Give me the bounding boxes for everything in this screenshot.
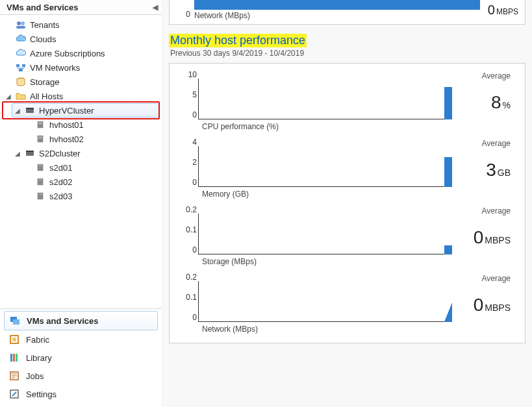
svg-rect-19 (38, 179, 44, 186)
host-icon (35, 162, 45, 173)
bars (199, 302, 452, 322)
library-icon (9, 352, 19, 363)
cloud-icon (16, 34, 26, 44)
tick: 0 (192, 245, 197, 254)
chart-caption: CPU performance (%) (202, 122, 279, 131)
top-value-number: 0 (488, 3, 495, 17)
y-ticks: 10 5 0 (180, 70, 197, 119)
expander-icon[interactable]: ◢ (5, 93, 12, 100)
collapse-icon[interactable]: ◀ (153, 3, 158, 12)
wb-settings[interactable]: Settings (4, 385, 158, 403)
top-caption: Network (MBps) (194, 11, 480, 20)
tick: 0.1 (186, 293, 197, 302)
svg-rect-28 (13, 354, 15, 362)
sidebar-header[interactable]: VMs and Services ◀ (0, 0, 162, 15)
host-icon (35, 119, 45, 130)
bars (199, 87, 452, 119)
nav-label: Tenants (30, 20, 157, 30)
nav-allhosts[interactable]: ◢ All Hosts (3, 89, 159, 103)
tick: 0.1 (186, 225, 197, 234)
tick: 5 (192, 90, 197, 99)
settings-icon (9, 389, 19, 399)
charts-panel: 10 5 0 CPU performance (%) Average 8% (169, 63, 526, 343)
nav-clouds[interactable]: Clouds (3, 32, 159, 46)
top-network-strip: 0 Network (MBps) 0MBPS (169, 0, 526, 25)
chart-caption: Memory (GB) (202, 190, 249, 199)
svg-rect-4 (22, 64, 25, 67)
nav-hvhost01[interactable]: hvhost01 (22, 117, 159, 132)
wb-jobs[interactable]: Jobs (4, 367, 158, 385)
wb-fabric[interactable]: Fabric (4, 330, 158, 349)
data-bar (444, 87, 452, 119)
svg-rect-2 (16, 26, 25, 29)
plot-area: 4 2 0 Memory (GB) (180, 138, 452, 199)
host-icon (35, 177, 45, 187)
svg-rect-20 (38, 180, 42, 180)
tick: 0 (192, 313, 197, 322)
y-ticks: 4 2 0 (180, 138, 197, 187)
host-icon (35, 134, 45, 144)
nav-label: All Hosts (30, 92, 157, 101)
svg-rect-14 (38, 138, 42, 138)
wb-label: Library (26, 353, 52, 363)
sidebar: VMs and Services ◀ Tenants Clouds Azure … (0, 0, 162, 407)
nav-hvhost02[interactable]: hvhost02 (22, 132, 159, 146)
svg-rect-10 (38, 123, 42, 123)
nav-vmnetworks[interactable]: VM Networks (3, 60, 159, 75)
expander-icon[interactable]: ◢ (14, 107, 21, 114)
svg-rect-3 (16, 64, 19, 67)
nav-s2d03[interactable]: s2d03 (22, 189, 159, 203)
average-label: Average (452, 206, 511, 216)
expander-icon[interactable]: ◢ (14, 150, 21, 157)
svg-rect-27 (10, 354, 12, 362)
svg-point-0 (17, 21, 21, 25)
chart-caption: Network (MBps) (202, 325, 258, 334)
nav-hypervcluster[interactable]: ◢ HyperVCluster (12, 103, 159, 117)
nav-label: hvhost02 (49, 134, 157, 144)
tick: 4 (192, 138, 197, 147)
host-icon (35, 191, 45, 201)
nav-label: Clouds (30, 34, 157, 44)
svg-rect-8 (26, 108, 34, 109)
wunderbar: VMs and Services Fabric Library Jobs Set… (0, 308, 162, 407)
app-root: VMs and Services ◀ Tenants Clouds Azure … (0, 0, 532, 407)
average-value: 3GB (452, 160, 511, 180)
chart-summary: Average 0MBPS (452, 273, 514, 334)
bars (199, 157, 452, 187)
wb-vms[interactable]: VMs and Services (4, 311, 158, 330)
nav-storage[interactable]: Storage (3, 75, 159, 89)
data-bar (444, 157, 452, 187)
plot-area: 10 5 0 CPU performance (%) (180, 70, 452, 131)
tenants-icon (16, 19, 26, 30)
nav-tenants[interactable]: Tenants (3, 18, 159, 32)
cluster-icon (25, 105, 35, 116)
bars (199, 245, 452, 254)
nav-s2d02[interactable]: s2d02 (22, 175, 159, 189)
svg-rect-5 (19, 69, 23, 71)
svg-point-1 (21, 21, 25, 25)
svg-rect-26 (12, 338, 16, 341)
top-bar-area: Network (MBps) (194, 0, 480, 20)
chart-cpu: 10 5 0 CPU performance (%) Average 8% (180, 70, 514, 131)
top-value-unit: MBPS (496, 7, 518, 16)
nav-label: Storage (30, 77, 157, 87)
sidebar-title: VMs and Services (6, 3, 79, 12)
nav-label: s2d02 (49, 177, 157, 187)
svg-rect-22 (38, 194, 42, 195)
nav-s2d01[interactable]: s2d01 (22, 160, 159, 175)
y-ticks: 0.2 0.1 0 (180, 273, 197, 322)
nav-label: hvhost01 (49, 120, 157, 130)
top-bar (194, 0, 480, 10)
data-bar (444, 245, 452, 254)
fabric-icon (9, 334, 19, 345)
wb-library[interactable]: Library (4, 349, 158, 367)
svg-rect-13 (38, 137, 42, 138)
nav-azure[interactable]: Azure Subscriptions (3, 46, 159, 60)
tick: 10 (188, 70, 197, 79)
svg-rect-16 (26, 151, 34, 152)
average-value: 8% (452, 92, 511, 113)
chart-network: 0.2 0.1 0 Network (MBps) Average 0MBPS (180, 273, 514, 334)
nav-s2dcluster[interactable]: ◢ S2Dcluster (12, 146, 159, 160)
tick: 0.2 (186, 205, 197, 214)
wb-label: Jobs (26, 371, 44, 381)
